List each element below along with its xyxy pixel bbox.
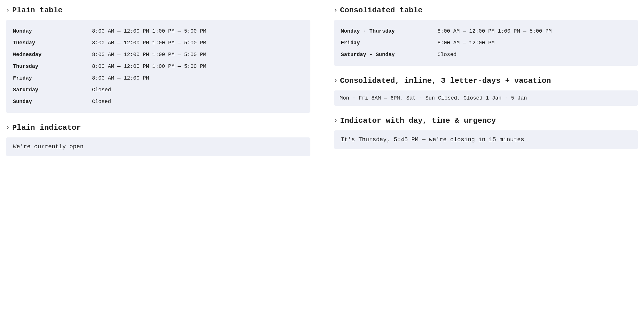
consolidated-table-section: › Consolidated table Monday - Thursday 8… [334, 6, 638, 66]
hours-value: 8:00 AM — 12:00 PM [92, 72, 303, 84]
plain-indicator-section: › Plain indicator We're currently open [6, 123, 310, 156]
table-row: Saturday - Sunday Closed [341, 49, 631, 60]
table-row: Monday - Thursday 8:00 AM — 12:00 PM 1:0… [341, 25, 631, 37]
plain-table-chevron: › [6, 7, 10, 14]
table-row: Monday 8:00 AM — 12:00 PM 1:00 PM — 5:00… [13, 25, 303, 37]
hours-value: Closed [92, 84, 303, 96]
consolidated-inline-section: › Consolidated, inline, 3 letter-days + … [334, 76, 638, 106]
consolidated-inline-box: Mon - Fri 8AM — 6PM, Sat - Sun Closed, C… [334, 90, 638, 106]
table-row: Wednesday 8:00 AM — 12:00 PM 1:00 PM — 5… [13, 49, 303, 60]
table-row: Thursday 8:00 AM — 12:00 PM 1:00 PM — 5:… [13, 60, 303, 72]
consolidated-table-title: › Consolidated table [334, 6, 638, 15]
table-row: Tuesday 8:00 AM — 12:00 PM 1:00 PM — 5:0… [13, 37, 303, 49]
plain-indicator-title: › Plain indicator [6, 123, 310, 132]
plain-table-title: › Plain table [6, 6, 310, 15]
plain-indicator-text: We're currently open [13, 143, 83, 150]
consolidated-table-chevron: › [334, 7, 338, 14]
day-label: Monday - Thursday [341, 25, 438, 37]
day-label: Friday [341, 37, 438, 49]
day-label: Thursday [13, 60, 92, 72]
day-label: Monday [13, 25, 92, 37]
hours-value: 8:00 AM — 12:00 PM [437, 37, 631, 49]
day-label: Saturday [13, 84, 92, 96]
day-label: Tuesday [13, 37, 92, 49]
table-row: Sunday Closed [13, 96, 303, 107]
hours-value: 8:00 AM — 12:00 PM 1:00 PM — 5:00 PM [92, 25, 303, 37]
plain-table-box: Monday 8:00 AM — 12:00 PM 1:00 PM — 5:00… [6, 20, 310, 113]
hours-value: 8:00 AM — 12:00 PM 1:00 PM — 5:00 PM [92, 60, 303, 72]
table-row: Friday 8:00 AM — 12:00 PM [341, 37, 631, 49]
urgency-indicator-text: It's Thursday, 5:45 PM — we're closing i… [341, 136, 524, 143]
day-label: Saturday - Sunday [341, 49, 438, 60]
day-label: Friday [13, 72, 92, 84]
consolidated-table-box: Monday - Thursday 8:00 AM — 12:00 PM 1:0… [334, 20, 638, 66]
plain-indicator-box: We're currently open [6, 137, 310, 156]
day-label: Sunday [13, 96, 92, 107]
urgency-indicator-title: › Indicator with day, time & urgency [334, 116, 638, 125]
consolidated-inline-chevron: › [334, 77, 338, 85]
table-row: Friday 8:00 AM — 12:00 PM [13, 72, 303, 84]
plain-table-section: › Plain table Monday 8:00 AM — 12:00 PM … [6, 6, 310, 113]
hours-value: Closed [437, 49, 631, 60]
hours-value: Closed [92, 96, 303, 107]
consolidated-inline-text: Mon - Fri 8AM — 6PM, Sat - Sun Closed, C… [340, 95, 527, 101]
urgency-indicator-section: › Indicator with day, time & urgency It'… [334, 116, 638, 149]
consolidated-hours-table: Monday - Thursday 8:00 AM — 12:00 PM 1:0… [341, 25, 631, 60]
consolidated-inline-title: › Consolidated, inline, 3 letter-days + … [334, 76, 638, 85]
urgency-indicator-box: It's Thursday, 5:45 PM — we're closing i… [334, 130, 638, 149]
hours-value: 8:00 AM — 12:00 PM 1:00 PM — 5:00 PM [437, 25, 631, 37]
hours-value: 8:00 AM — 12:00 PM 1:00 PM — 5:00 PM [92, 37, 303, 49]
plain-indicator-chevron: › [6, 124, 10, 132]
day-label: Wednesday [13, 49, 92, 60]
plain-hours-table: Monday 8:00 AM — 12:00 PM 1:00 PM — 5:00… [13, 25, 303, 107]
hours-value: 8:00 AM — 12:00 PM 1:00 PM — 5:00 PM [92, 49, 303, 60]
table-row: Saturday Closed [13, 84, 303, 96]
urgency-indicator-chevron: › [334, 117, 338, 124]
